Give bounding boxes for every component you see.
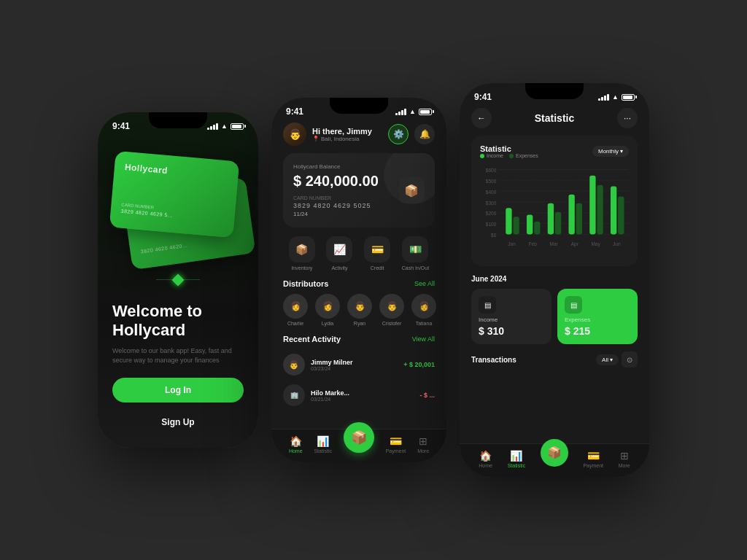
signal-icon-3	[598, 94, 609, 101]
dist-lydia-name: Lydia	[322, 321, 333, 326]
dist-charlie-avatar: 👩	[283, 294, 308, 319]
legend-expenses: Expenses	[509, 153, 538, 158]
monthly-filter[interactable]: Monthly ▾	[592, 146, 629, 157]
view-all-activity[interactable]: View All	[412, 335, 435, 343]
activity-hilo[interactable]: 🏢 Hilo Marke... 03/21/24 - $ ...	[271, 380, 446, 411]
svg-text:Jun: Jun	[613, 241, 621, 246]
greeting: Hi there, Jimmy	[312, 127, 372, 136]
stat-home-label: Home	[479, 463, 492, 468]
battery-icon-2	[419, 109, 432, 115]
dist-tatiana[interactable]: 👩 Tatiana	[411, 294, 436, 326]
location: 📍 Bali, Indonesia	[312, 136, 372, 142]
stat-payment-label: Payment	[583, 463, 603, 468]
action-inventory[interactable]: 📦 Inventory	[289, 236, 315, 271]
hollycard-back-num: 3820 4620 4620...	[140, 243, 187, 254]
dist-ryan[interactable]: 👨 Ryan	[347, 294, 372, 326]
dist-lydia[interactable]: 👩 Lydia	[315, 294, 340, 326]
filter-settings-icon[interactable]: ⊙	[622, 351, 638, 368]
dist-charlie-name: Charlie	[287, 321, 303, 326]
payment-nav-icon: 💳	[390, 435, 402, 447]
phones-container: 9:41 ▲ Hol 3820 4620 4620...	[98, 83, 649, 477]
wifi-icon-3: ▲	[612, 93, 619, 101]
stat-nav-home[interactable]: 🏠 Home	[479, 450, 492, 468]
stat-nav-payment[interactable]: 💳 Payment	[583, 450, 603, 468]
cards-area: Hol 3820 4620 4620... Hollycard CARD NUM…	[105, 141, 251, 287]
action-credit[interactable]: 💳 Credit	[364, 236, 390, 271]
income-card-icon: ▤	[479, 296, 496, 314]
dist-cristofer-avatar: 👨	[379, 294, 404, 319]
see-all-distributors[interactable]: See All	[414, 280, 435, 287]
signup-button[interactable]: Sign Up	[112, 410, 244, 435]
stat-payment-icon: 💳	[587, 450, 600, 462]
all-filter-btn[interactable]: All ▾	[596, 354, 619, 365]
stat-nav-fab[interactable]: 📦	[541, 439, 568, 467]
notification-icon-btn[interactable]: 🔔	[414, 124, 435, 144]
activity-jimmy-amount: + $ 20,001	[403, 361, 435, 368]
nav-payment[interactable]: 💳 Payment	[386, 435, 406, 454]
svg-rect-15	[513, 217, 519, 234]
svg-rect-24	[611, 187, 616, 235]
settings-icon-btn[interactable]: ⚙️	[388, 124, 409, 144]
statistic-nav-label: Statistic	[314, 448, 332, 454]
legend-income: Income	[480, 153, 503, 158]
expenses-card-icon: ▤	[565, 296, 582, 314]
expenses-dot	[509, 154, 514, 158]
distributors-title: Distributors	[283, 279, 328, 288]
balance-label: Hollycard Balance	[293, 163, 425, 170]
activity-jimmy-date: 03/23/24	[311, 366, 398, 371]
dist-charlie[interactable]: 👩 Charlie	[283, 294, 308, 326]
june-title: June 2024	[471, 275, 638, 283]
inventory-icon: 📦	[289, 236, 315, 262]
chart-body: $600 $500 $400 $300 $200 $100 $0	[480, 163, 629, 257]
svg-rect-16	[527, 214, 533, 234]
june-expenses-card: ▤ Expenses $ 215	[557, 289, 638, 344]
nav-fab[interactable]: 📦	[344, 422, 374, 453]
home-header: 👨 Hi there, Jimmy 📍 Bali, Indonesia ⚙️ 🔔	[271, 120, 446, 153]
svg-text:$500: $500	[486, 179, 497, 184]
signal-icon-2	[395, 109, 406, 115]
stat-nav-more[interactable]: ⊞ More	[619, 450, 630, 468]
wifi-icon-2: ▲	[409, 108, 416, 115]
nav-more[interactable]: ⊞ More	[417, 435, 429, 454]
svg-rect-25	[618, 196, 624, 234]
user-info: 👨 Hi there, Jimmy 📍 Bali, Indonesia	[283, 122, 372, 146]
chevron-down-icon-2: ▾	[610, 357, 613, 363]
phone-home: 9:41 ▲ 👨 Hi there, Jimmy 📍	[271, 98, 446, 462]
income-dot	[480, 154, 484, 158]
action-activity[interactable]: 📈 Activity	[326, 236, 352, 271]
distributors-header: Distributors See All	[271, 279, 446, 294]
activity-label: Activity	[331, 265, 347, 271]
expenses-amount: $ 215	[565, 325, 630, 337]
signal-icon	[207, 123, 218, 130]
june-income-card: ▤ Income $ 310	[471, 289, 551, 344]
nav-statistic[interactable]: 📊 Statistic	[314, 435, 332, 454]
bottom-nav-2: 🏠 Home 📊 Statistic 📦 💳 Payment ⊞ More	[271, 429, 446, 462]
chart-area: Statistic Income Expenses	[471, 136, 638, 266]
june-cards: ▤ Income $ 310 ▤ Expenses $ 215	[471, 289, 638, 344]
svg-rect-14	[506, 208, 511, 234]
dist-cristofer[interactable]: 👨 Cristofer	[379, 294, 404, 326]
more-button[interactable]: ···	[617, 108, 638, 128]
svg-text:Feb: Feb	[529, 241, 538, 246]
welcome-subtitle: Welcome to our bank app! Easy, fast and …	[112, 346, 244, 366]
back-button[interactable]: ←	[471, 108, 492, 128]
avatar: 👨	[283, 122, 306, 146]
time-1: 9:41	[112, 121, 130, 131]
svg-rect-20	[568, 195, 574, 235]
login-button[interactable]: Log In	[112, 378, 244, 402]
nav-home[interactable]: 🏠 Home	[289, 435, 303, 454]
action-cashinout[interactable]: 💵 Cash In/Out	[402, 236, 429, 271]
svg-text:Jan: Jan	[508, 241, 516, 246]
more-nav-label: More	[417, 448, 429, 454]
notch	[149, 112, 207, 128]
svg-text:$400: $400	[486, 190, 497, 195]
activity-jimmy[interactable]: 👨 Jimmy Milner 03/23/24 + $ 20,001	[271, 349, 446, 380]
stat-nav-statistic[interactable]: 📊 Statistic	[508, 450, 526, 468]
home-nav-icon: 🏠	[290, 435, 302, 447]
inventory-label: Inventory	[291, 265, 312, 271]
time-3: 9:41	[474, 92, 492, 102]
dist-lydia-avatar: 👩	[315, 294, 340, 319]
battery-icon	[231, 123, 244, 130]
transactions-header: Transactions All ▾ ⊙	[471, 351, 638, 368]
card-box-icon: 📦	[398, 177, 425, 203]
